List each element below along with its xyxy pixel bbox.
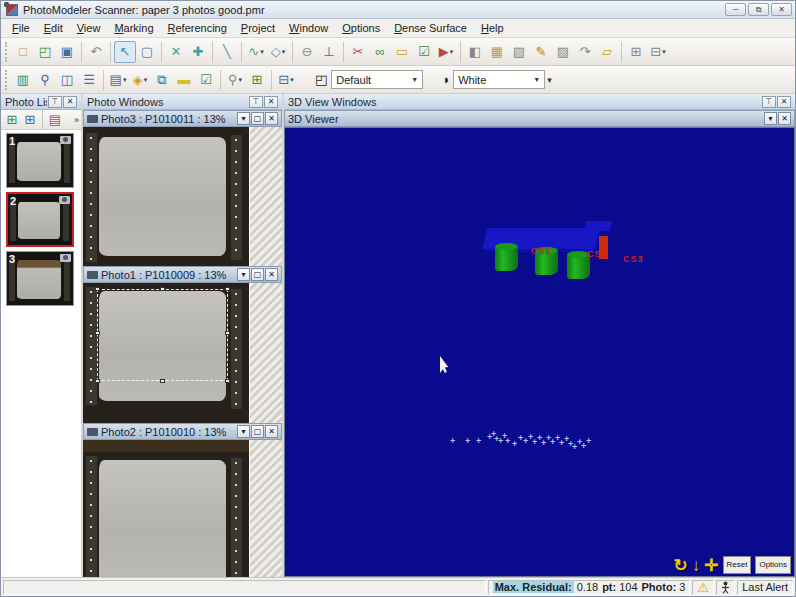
select-region-button[interactable]: ▢ <box>136 41 158 63</box>
close-icon[interactable]: ✕ <box>777 96 791 108</box>
photo1-title-bar[interactable]: Photo1 : P1010009 : 13% ▾ ▢ ✕ <box>83 266 282 283</box>
menu-file[interactable]: File <box>5 20 37 36</box>
warning-status-cell[interactable]: ⚠ <box>692 580 714 595</box>
rotate-icon[interactable]: ↻ <box>674 557 688 574</box>
zoom-button[interactable]: ⚲▾ <box>224 69 246 91</box>
close-icon[interactable]: ✕ <box>265 268 278 281</box>
shade-icon[interactable]: ▾ <box>764 112 777 125</box>
menu-options[interactable]: Options <box>335 20 387 36</box>
audit-button[interactable]: ◫ <box>56 69 78 91</box>
chevron-down-icon[interactable]: ▾ <box>450 48 454 56</box>
open-3d-view-button[interactable]: ◈▾ <box>129 69 151 91</box>
chevron-down-icon[interactable]: ▼ <box>411 76 418 83</box>
photo3-canvas[interactable] <box>83 127 282 266</box>
window-layout-button[interactable]: ▤▾ <box>107 69 129 91</box>
open-project-button[interactable]: ◰ <box>34 41 56 63</box>
table-options-button[interactable]: ⊟▾ <box>647 41 669 63</box>
find-button[interactable]: ⚲ <box>34 69 56 91</box>
chevron-down-icon[interactable]: ▾ <box>662 48 666 56</box>
material-combo[interactable]: Default ▼ <box>331 70 423 89</box>
menu-marking[interactable]: Marking <box>107 20 160 36</box>
notes-button[interactable]: ▱ <box>596 41 618 63</box>
last-alert-cell[interactable]: Last Alert <box>737 580 793 595</box>
axis-constraint-button[interactable]: ⊥ <box>318 41 340 63</box>
chevron-down-icon[interactable]: ▾ <box>290 76 294 84</box>
todo-list-button[interactable]: ☰ <box>78 69 100 91</box>
photo-thumbnail-1[interactable]: 1 <box>6 133 74 188</box>
status-report-button[interactable]: ▥ <box>12 69 34 91</box>
background-color-combo[interactable]: White ▼ <box>453 70 545 89</box>
tape-measure-button[interactable]: ▭ <box>391 41 413 63</box>
photo-list-header[interactable]: Photo List ⊤ ✕ <box>1 94 81 110</box>
unreference-button[interactable]: ✂ <box>347 41 369 63</box>
chevron-down-icon[interactable]: ▾ <box>260 48 264 56</box>
selection-handle[interactable] <box>225 331 230 335</box>
shade-icon[interactable]: ▾ <box>237 112 250 125</box>
close-icon[interactable]: ✕ <box>264 96 278 108</box>
select-items-button[interactable]: ↖ <box>114 41 136 63</box>
close-icon[interactable]: ✕ <box>63 96 77 108</box>
selection-handle[interactable] <box>225 379 230 383</box>
menu-window[interactable]: Window <box>282 20 335 36</box>
verify-button[interactable]: ☑ <box>195 69 217 91</box>
undo-table-button[interactable]: ↷ <box>574 41 596 63</box>
close-icon[interactable]: ✕ <box>265 425 278 438</box>
model-slab-step[interactable] <box>584 221 612 231</box>
close-icon[interactable]: ✕ <box>778 112 791 125</box>
add-all-photos-button[interactable]: ⊞ <box>21 111 39 129</box>
toolbar-overflow-icon[interactable]: ▾ <box>547 75 552 85</box>
mark-shape-button[interactable]: ◇▾ <box>267 41 289 63</box>
shade-icon[interactable]: ▾ <box>237 425 250 438</box>
close-icon[interactable]: ✕ <box>265 112 278 125</box>
chevron-down-icon[interactable]: ▾ <box>239 76 243 84</box>
mark-cylinder-button[interactable]: ⊖ <box>296 41 318 63</box>
offset-table-button[interactable]: ▧ <box>508 41 530 63</box>
menu-project[interactable]: Project <box>234 20 282 36</box>
add-photos-button[interactable]: ⊞ <box>3 111 21 129</box>
title-bar[interactable]: PhotoModeler Scanner: paper 3 photos goo… <box>1 1 795 19</box>
chevron-down-icon[interactable]: ▼ <box>533 76 540 83</box>
photo2-title-bar[interactable]: Photo2 : P1010010 : 13% ▾ ▢ ✕ <box>83 423 282 440</box>
menu-referencing[interactable]: Referencing <box>161 20 234 36</box>
photo3-title-bar[interactable]: Photo3 : P1010011 : 13% ▾ ▢ ✕ <box>83 110 282 127</box>
pin-icon[interactable]: ⊤ <box>249 96 263 108</box>
pin-icon[interactable]: ⊤ <box>48 96 62 108</box>
point-table-2-button[interactable]: ⊞ <box>625 41 647 63</box>
maximize-icon[interactable]: ▢ <box>251 268 264 281</box>
menu-help[interactable]: Help <box>474 20 511 36</box>
open-photo-window-button[interactable]: ⧉ <box>151 69 173 91</box>
new-project-button[interactable]: □ <box>12 41 34 63</box>
mark-line-button[interactable]: ╲ <box>216 41 238 63</box>
surface-table-button[interactable]: ▨ <box>552 41 574 63</box>
save-project-button[interactable]: ▣ <box>56 41 78 63</box>
mark-curve-button[interactable]: ∿▾ <box>245 41 267 63</box>
selection-handle[interactable] <box>95 331 100 335</box>
reset-button[interactable]: Reset <box>723 556 752 574</box>
open-table-button[interactable]: ⊟▾ <box>275 69 297 91</box>
menu-view[interactable]: View <box>70 20 108 36</box>
photo1-canvas[interactable] <box>83 283 282 423</box>
move-icon[interactable]: ✛ <box>704 557 718 574</box>
selection-handle[interactable] <box>160 379 165 383</box>
shade-icon[interactable]: ▾ <box>237 268 250 281</box>
user-status-cell[interactable] <box>716 580 735 595</box>
options-button[interactable]: Options <box>755 556 791 574</box>
pin-icon[interactable]: ⊤ <box>762 96 776 108</box>
point-table-button[interactable]: ▦ <box>486 41 508 63</box>
model-cylinder[interactable] <box>495 246 518 271</box>
maximize-icon[interactable]: ▢ <box>251 112 264 125</box>
project-status-button[interactable]: ☑ <box>413 41 435 63</box>
edit-table-button[interactable]: ✎ <box>530 41 552 63</box>
viewer-title-bar[interactable]: 3D Viewer ▾ ✕ <box>284 110 795 127</box>
photo-windows-header[interactable]: Photo Windows ⊤ ✕ <box>83 94 282 110</box>
viewer-canvas[interactable]: CS1 CS2 CS3 ↻ ↓ ✛ Reset Options ++++++++… <box>284 127 795 577</box>
maximize-icon[interactable]: ▢ <box>251 425 264 438</box>
undo-button[interactable]: ↶ <box>85 41 107 63</box>
measure-button[interactable]: ▬ <box>173 69 195 91</box>
reference-button[interactable]: ∞ <box>369 41 391 63</box>
selection-handle[interactable] <box>95 379 100 383</box>
camera-table-button[interactable]: ◧ <box>464 41 486 63</box>
add-mark-button[interactable]: ✚ <box>187 41 209 63</box>
unmark-button[interactable]: ✕ <box>165 41 187 63</box>
chevron-down-icon[interactable]: ▾ <box>123 76 127 84</box>
